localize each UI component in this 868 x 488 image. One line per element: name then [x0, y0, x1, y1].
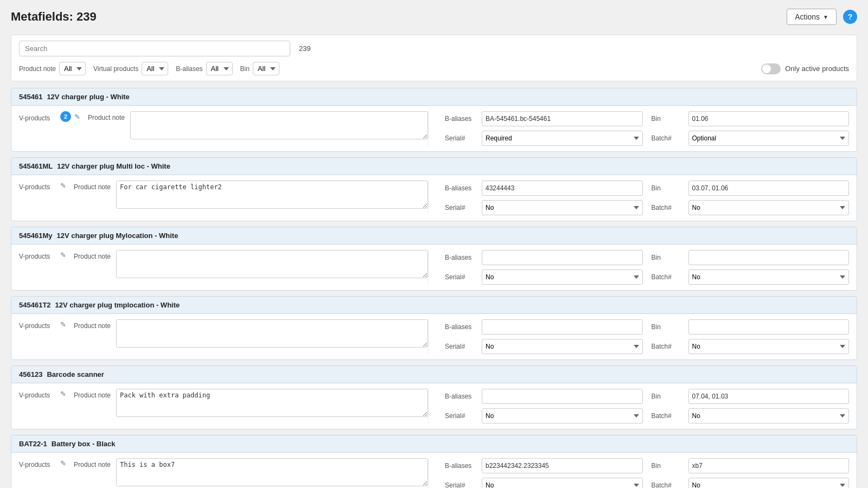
- product-card: 545461 12V charger plug - White V-produc…: [11, 88, 857, 152]
- vproducts-group: V-products ✎: [19, 250, 66, 260]
- product-note-textarea[interactable]: Pack with extra padding: [116, 389, 428, 417]
- vproducts-row: V-products 2 ✎ Product note: [19, 111, 428, 139]
- batch-label: Batch#: [652, 412, 684, 420]
- b-aliases-row: B-aliases Bin: [445, 111, 849, 126]
- chevron-down-icon: ▼: [823, 14, 828, 20]
- vproducts-group: V-products ✎: [19, 458, 66, 468]
- vproducts-badge: 2: [60, 111, 71, 122]
- b-aliases-label: B-aliases: [176, 65, 202, 73]
- serial-select[interactable]: No: [482, 200, 643, 215]
- product-note-label: Product note: [74, 319, 112, 330]
- product-right-col: B-aliases Bin Serial# No Batch# No: [439, 389, 849, 423]
- serial-select[interactable]: No: [482, 339, 643, 354]
- bin-select[interactable]: All: [253, 62, 279, 75]
- b-aliases-input[interactable]: [482, 319, 643, 335]
- product-note-label: Product note: [88, 111, 126, 121]
- active-products-toggle[interactable]: [761, 63, 781, 74]
- serial-select[interactable]: Required: [482, 131, 643, 146]
- serial-select[interactable]: No: [482, 408, 643, 423]
- product-note-textarea[interactable]: [130, 111, 428, 139]
- actions-label: Actions: [795, 12, 820, 21]
- serial-label: Serial#: [445, 481, 477, 488]
- batch-label: Batch#: [652, 343, 684, 350]
- b-aliases-input[interactable]: [482, 389, 643, 404]
- bin-label: Bin: [652, 184, 684, 192]
- vproducts-group: V-products 2 ✎: [19, 111, 80, 122]
- batch-select[interactable]: No: [688, 269, 850, 285]
- product-note-textarea[interactable]: This is a box7: [116, 458, 428, 486]
- serial-label: Serial#: [445, 412, 477, 420]
- vproducts-group: V-products ✎: [19, 319, 66, 330]
- serial-select[interactable]: No: [482, 478, 643, 488]
- vproducts-label: V-products: [19, 319, 57, 330]
- product-id: BAT22-1: [19, 440, 47, 448]
- vproducts-label: V-products: [19, 181, 57, 191]
- b-aliases-label: B-aliases: [445, 462, 477, 470]
- product-body: V-products ✎ Product note This is a box7…: [11, 453, 857, 488]
- product-header: 545461T2 12V charger plug tmplocation - …: [11, 297, 857, 314]
- vproducts-label: V-products: [19, 389, 57, 399]
- serial-label: Serial#: [445, 204, 477, 211]
- vproducts-row: V-products ✎ Product note Pack with extr…: [19, 389, 428, 417]
- b-aliases-input[interactable]: [482, 181, 643, 196]
- b-aliases-row: B-aliases Bin: [445, 181, 849, 196]
- vproducts-row: V-products ✎ Product note For car cigare…: [19, 181, 428, 209]
- edit-icon[interactable]: ✎: [74, 113, 80, 121]
- b-aliases-input[interactable]: [482, 458, 643, 473]
- serial-label: Serial#: [445, 273, 477, 281]
- product-left-col: V-products ✎ Product note: [19, 319, 429, 354]
- b-aliases-label: B-aliases: [445, 254, 477, 261]
- active-products-toggle-group: Only active products: [761, 63, 849, 74]
- batch-label: Batch#: [652, 481, 684, 488]
- bin-input[interactable]: [688, 111, 850, 126]
- search-input[interactable]: [19, 41, 290, 56]
- b-aliases-input[interactable]: [482, 250, 643, 265]
- bin-input[interactable]: [688, 250, 850, 265]
- bin-input[interactable]: [688, 458, 850, 473]
- batch-select[interactable]: No: [688, 478, 850, 488]
- b-aliases-select[interactable]: All: [206, 62, 233, 75]
- edit-icon[interactable]: ✎: [60, 459, 66, 467]
- virtual-products-label: Virtual products: [93, 65, 138, 73]
- product-note-select[interactable]: All: [59, 62, 86, 75]
- batch-select[interactable]: Optional: [688, 131, 850, 146]
- bin-label: Bin: [652, 115, 684, 123]
- product-id: 456123: [19, 370, 42, 378]
- vproducts-label: V-products: [19, 250, 57, 260]
- bin-input[interactable]: [688, 319, 850, 335]
- product-note-textarea[interactable]: [116, 250, 428, 278]
- product-left-col: V-products ✎ Product note This is a box7: [19, 458, 429, 488]
- serial-label: Serial#: [445, 343, 477, 350]
- toolbar: 239 Product note All Virtual products Al…: [11, 35, 857, 81]
- product-note-textarea[interactable]: For car cigarette lighter2: [116, 181, 428, 209]
- b-aliases-label: B-aliases: [445, 323, 477, 331]
- b-aliases-input[interactable]: [482, 111, 643, 126]
- right-fields: B-aliases Bin Serial# No Batch# No: [445, 458, 849, 488]
- edit-icon[interactable]: ✎: [60, 320, 66, 329]
- product-name: 12V charger plug Multi loc - White: [57, 162, 170, 170]
- help-icon[interactable]: ?: [843, 10, 857, 24]
- serial-row: Serial# No Batch# No: [445, 478, 849, 488]
- product-right-col: B-aliases Bin Serial# No Batch# No: [439, 319, 849, 354]
- actions-button[interactable]: Actions ▼: [787, 9, 837, 25]
- edit-icon[interactable]: ✎: [60, 251, 66, 259]
- bin-input[interactable]: [688, 389, 850, 404]
- edit-icon[interactable]: ✎: [60, 182, 66, 190]
- product-header: 456123 Barcode scanner: [11, 366, 857, 383]
- serial-select[interactable]: No: [482, 269, 643, 285]
- batch-select[interactable]: No: [688, 200, 850, 215]
- product-card: 456123 Barcode scanner V-products ✎ Prod…: [11, 365, 857, 429]
- product-note-textarea[interactable]: [116, 319, 428, 348]
- product-body: V-products ✎ Product note For car cigare…: [11, 175, 857, 221]
- edit-icon[interactable]: ✎: [60, 390, 66, 398]
- product-id: 545461ML: [19, 162, 53, 170]
- batch-select[interactable]: No: [688, 339, 850, 354]
- products-list: 545461 12V charger plug - White V-produc…: [11, 88, 857, 488]
- virtual-products-select[interactable]: All: [142, 62, 168, 75]
- batch-select[interactable]: No: [688, 408, 850, 423]
- virtual-products-filter: Virtual products All: [93, 62, 168, 75]
- bin-input[interactable]: [688, 181, 850, 196]
- vproducts-group: V-products ✎: [19, 181, 66, 191]
- b-aliases-filter: B-aliases All: [176, 62, 232, 75]
- vproducts-label: V-products: [19, 458, 57, 468]
